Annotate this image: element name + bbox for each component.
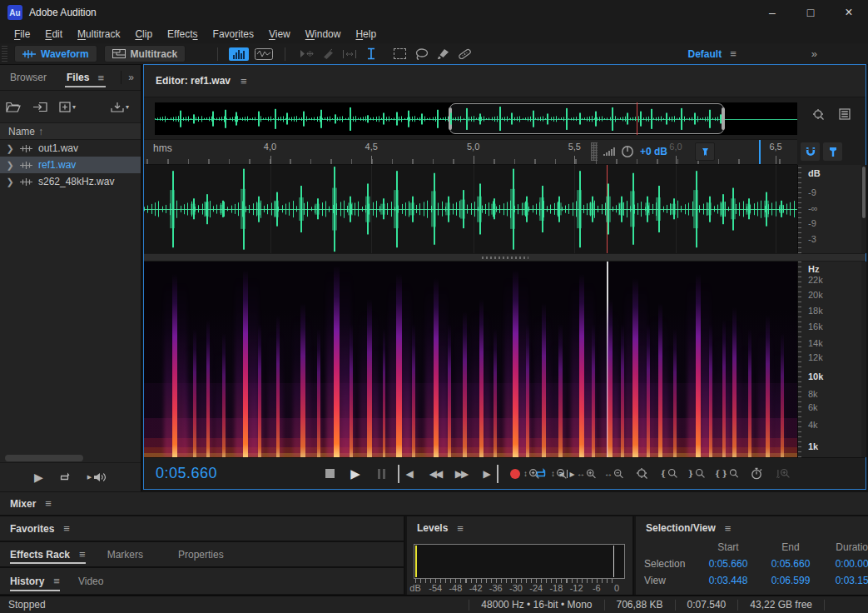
waveform-vertical-scrollbar[interactable] xyxy=(861,165,866,253)
gain-value[interactable]: +0 dB xyxy=(640,146,667,157)
display-options-button[interactable] xyxy=(839,108,851,122)
tab-video[interactable]: Video xyxy=(78,568,103,594)
effects-rack-menu-icon[interactable]: ≡ xyxy=(79,548,86,561)
timer-button[interactable] xyxy=(746,465,766,483)
rewind-button[interactable]: ◀◀ xyxy=(426,465,444,483)
paintbrush-selection-tool[interactable] xyxy=(432,46,454,62)
history-menu-icon[interactable]: ≡ xyxy=(53,575,60,587)
waveform-display[interactable] xyxy=(144,165,797,253)
waveform-playhead[interactable] xyxy=(607,165,608,253)
timeline-ruler[interactable]: hms 4,04,55,05,56,06,5 +0 dB xyxy=(144,139,797,165)
amplitude-scale[interactable]: dB-9-∞-9-3 xyxy=(797,165,861,253)
snap-toggle-button[interactable] xyxy=(801,142,820,161)
pause-button[interactable] xyxy=(372,465,390,483)
export-button[interactable]: ▾ xyxy=(105,102,135,112)
marker-button[interactable] xyxy=(823,142,842,161)
zoom-to-selection-button[interactable]: ❴❵ xyxy=(714,465,739,483)
tab-history[interactable]: History ≡ xyxy=(10,568,60,594)
zoom-in-time-button[interactable]: ↔ xyxy=(577,465,597,483)
minimize-button[interactable]: – xyxy=(753,0,791,25)
menu-help[interactable]: Help xyxy=(348,28,384,40)
waveform-mode-button[interactable]: Waveform xyxy=(14,45,97,62)
play-button[interactable]: ▶ xyxy=(346,465,365,483)
selection-end-value[interactable]: 0:05.660 xyxy=(761,558,821,570)
files-panel-more-button[interactable]: » xyxy=(121,71,141,84)
close-button[interactable]: × xyxy=(830,0,868,25)
file-row-s262[interactable]: ❯ s262_48kHz.wav xyxy=(0,173,141,190)
preview-autoplay-button[interactable]: ▶ xyxy=(86,472,107,482)
lasso-selection-tool[interactable] xyxy=(410,46,432,62)
skip-to-start-button[interactable]: ◀ xyxy=(398,465,419,483)
selection-start-value[interactable]: 0:05.660 xyxy=(696,558,761,570)
playhead-time-display[interactable]: 0:05.660 xyxy=(156,465,217,482)
menu-file[interactable]: File xyxy=(7,28,37,40)
level-meter[interactable] xyxy=(414,544,625,579)
files-panel-menu-icon[interactable]: ≡ xyxy=(97,72,104,84)
selection-view-menu-icon[interactable]: ≡ xyxy=(725,522,732,535)
waveform-scroll-thumb[interactable] xyxy=(862,167,866,218)
favorites-menu-icon[interactable]: ≡ xyxy=(63,522,70,535)
gain-knob-icon[interactable] xyxy=(621,145,634,158)
time-selection-tool[interactable] xyxy=(360,46,382,62)
menu-clip[interactable]: Clip xyxy=(127,28,160,40)
marquee-selection-tool[interactable] xyxy=(389,46,410,62)
mixer-menu-icon[interactable]: ≡ xyxy=(45,497,52,510)
files-horizontal-scrollbar[interactable] xyxy=(5,455,83,461)
overview-strip[interactable] xyxy=(155,102,797,135)
file-row-ref1[interactable]: ❯ ref1.wav xyxy=(0,157,141,173)
view-start-value[interactable]: 0:03.448 xyxy=(696,575,761,586)
view-end-value[interactable]: 0:06.599 xyxy=(761,575,821,586)
stop-button[interactable] xyxy=(320,465,339,483)
razor-tool[interactable] xyxy=(317,46,339,62)
move-tool[interactable] xyxy=(295,46,317,62)
new-file-button[interactable]: ▾ xyxy=(53,102,82,112)
levels-menu-icon[interactable]: ≡ xyxy=(457,522,464,535)
preview-play-button[interactable]: ▶ xyxy=(34,471,43,484)
tab-markers[interactable]: Markers xyxy=(107,542,143,566)
menu-multitrack[interactable]: Multitrack xyxy=(70,28,127,40)
editor-menu-icon[interactable]: ≡ xyxy=(241,75,247,87)
tab-files[interactable]: Files ≡ xyxy=(57,65,114,90)
menu-edit[interactable]: Edit xyxy=(37,28,70,40)
expand-chevron-icon[interactable]: ❯ xyxy=(0,143,20,154)
zoom-out-amplitude-button[interactable]: ↕ xyxy=(549,465,569,483)
toolbar-grip[interactable] xyxy=(2,46,7,62)
selection-duration-value[interactable]: 0:00.000 xyxy=(821,558,868,570)
multitrack-mode-button[interactable]: Multitrack xyxy=(104,45,186,62)
toolbar-overflow-button[interactable]: » xyxy=(811,47,818,60)
zoom-in-amplitude-button[interactable]: ↕ xyxy=(522,465,542,483)
file-row-out1[interactable]: ❯ out1.wav xyxy=(0,140,141,157)
maximize-button[interactable]: □ xyxy=(791,0,830,25)
spectral-display-toggle[interactable] xyxy=(228,46,250,62)
waveform-display-toggle[interactable] xyxy=(253,46,275,62)
view-duration-value[interactable]: 0:03.150 xyxy=(821,575,868,586)
tab-properties[interactable]: Properties xyxy=(178,542,224,566)
tab-browser[interactable]: Browser xyxy=(0,65,57,90)
menu-effects[interactable]: Effects xyxy=(160,28,205,40)
favorites-panel-bar[interactable]: Favorites ≡ xyxy=(0,516,404,542)
workspace-selector[interactable]: Default ≡ xyxy=(688,47,737,60)
zoom-out-full-button[interactable] xyxy=(632,465,652,483)
zoom-in-at-in-point-button[interactable]: ❴ xyxy=(659,465,679,483)
mixer-panel-bar[interactable]: Mixer ≡ xyxy=(0,492,868,516)
zoom-out-time-button[interactable]: ↔ xyxy=(604,465,624,483)
spectrogram-vertical-scrollbar[interactable] xyxy=(861,262,866,457)
expand-chevron-icon[interactable]: ❯ xyxy=(0,160,20,171)
preview-loop-button[interactable] xyxy=(58,472,71,483)
tab-effects-rack[interactable]: Effects Rack ≡ xyxy=(10,542,86,566)
fast-forward-button[interactable]: ▶▶ xyxy=(452,465,470,483)
display-splitter[interactable] xyxy=(144,253,866,262)
editor-header[interactable]: Editor: ref1.wav ≡ xyxy=(144,65,866,97)
menu-window[interactable]: Window xyxy=(298,28,349,40)
spectrogram-display[interactable] xyxy=(144,262,797,457)
spot-healing-brush-tool[interactable] xyxy=(454,46,475,62)
slip-tool[interactable] xyxy=(339,46,360,62)
skip-to-end-button[interactable]: ▶ xyxy=(478,465,498,483)
hud-grip-handle[interactable] xyxy=(591,142,598,161)
hud-pin-button[interactable] xyxy=(695,142,715,161)
menu-favorites[interactable]: Favorites xyxy=(206,28,261,40)
expand-chevron-icon[interactable]: ❯ xyxy=(0,177,20,187)
overview-zoom-full-button[interactable] xyxy=(811,108,826,122)
frequency-scale[interactable]: Hz22k20k18k16k14k12k10k8k6k4k1k xyxy=(797,262,861,457)
zoom-vertical-selection-button[interactable]: Ḭ xyxy=(774,465,794,483)
